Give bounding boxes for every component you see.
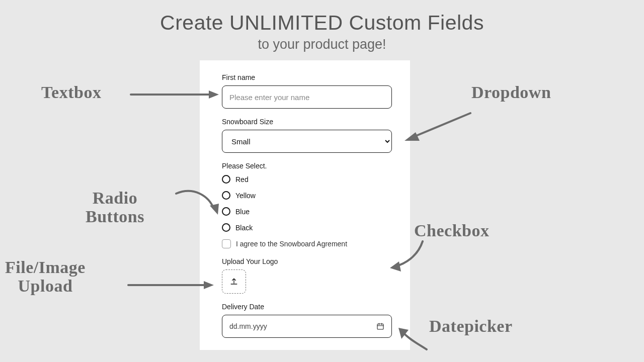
agree-checkbox-row[interactable]: I agree to the Snowboard Agrement [222,239,392,248]
field-upload: Upload Your Logo [222,257,392,294]
first-name-label: First name [222,73,392,81]
anno-dropdown: Dropdown [471,83,551,102]
page-heading: Create UNLIMITED Custom Fields to your p… [0,0,644,52]
svg-marker-5 [204,281,214,289]
radio-black[interactable]: Black [222,223,392,232]
radio-label: Yellow [235,192,256,200]
field-color: Please Select. Red Yellow Blue Black I a… [222,162,392,248]
svg-marker-2 [405,132,420,141]
heading-subtitle: to your product page! [0,37,644,52]
heading-title: Create UNLIMITED Custom Fields [0,11,644,35]
anno-textbox: Textbox [41,83,101,102]
anno-upload: File/Image Upload [5,258,86,296]
radio-icon [222,223,230,232]
arrow-checkbox [390,239,430,274]
radio-label: Black [235,224,253,232]
upload-button[interactable] [222,269,246,294]
anno-radio-line2: Buttons [86,207,144,226]
arrow-dropdown [403,113,478,143]
svg-marker-4 [390,261,401,272]
arrow-radio [174,189,224,219]
agree-label: I agree to the Snowboard Agrement [236,240,347,248]
field-size: Snowboard Size Small [222,118,392,153]
field-date: Delivery Date dd.mm.yyyy [222,303,392,338]
size-select[interactable]: Small [222,130,392,153]
field-first-name: First name [222,73,392,109]
anno-checkbox: Checkbox [414,221,489,240]
svg-marker-1 [209,90,219,99]
arrow-date [396,327,437,357]
radio-red[interactable]: Red [222,175,392,184]
upload-icon [229,277,239,287]
anno-radio: Radio Buttons [86,189,144,226]
form-card: First name Snowboard Size Small Please S… [200,60,410,350]
radio-label: Blue [235,208,250,216]
checkbox-icon [222,239,231,248]
arrow-textbox [131,85,221,106]
date-placeholder: dd.mm.yyyy [229,322,267,330]
radio-label: Red [235,175,249,184]
size-label: Snowboard Size [222,118,392,126]
upload-label: Upload Your Logo [222,257,392,265]
color-label: Please Select. [222,162,392,170]
color-radio-group: Red Yellow Blue Black [222,175,392,232]
first-name-input[interactable] [222,85,392,109]
svg-rect-0 [377,324,383,329]
calendar-icon [376,322,384,330]
date-input[interactable]: dd.mm.yyyy [222,315,392,338]
anno-upload-line1: File/Image [5,258,86,277]
anno-radio-line1: Radio [93,189,137,207]
date-label: Delivery Date [222,303,392,311]
anno-upload-line2: Upload [18,277,73,295]
arrow-upload [128,274,219,294]
radio-yellow[interactable]: Yellow [222,191,392,200]
anno-date: Datepicker [429,317,513,335]
radio-icon [222,175,230,184]
radio-blue[interactable]: Blue [222,207,392,216]
